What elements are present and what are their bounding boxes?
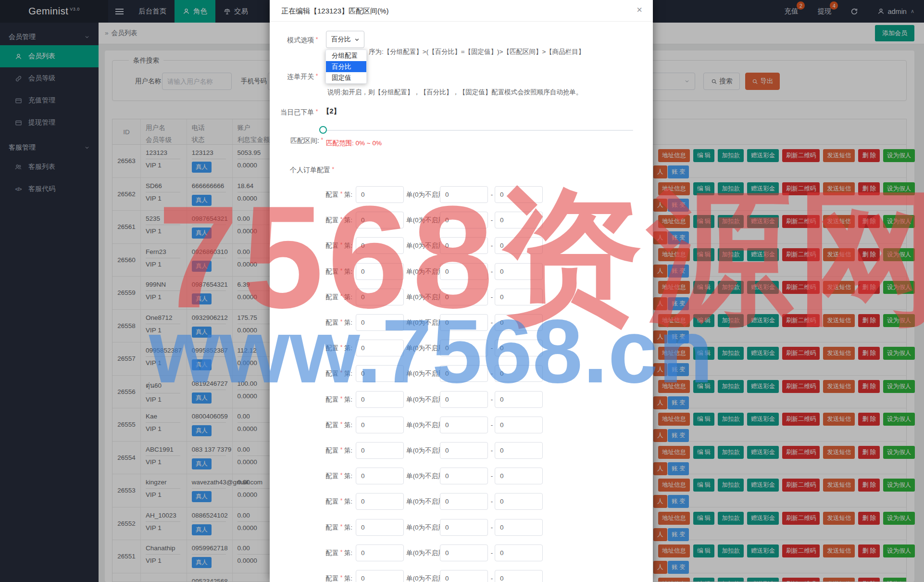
config-dash: - (489, 340, 495, 357)
config-from-input[interactable] (440, 442, 488, 459)
close-icon[interactable]: × (637, 5, 642, 14)
config-seq-input[interactable] (356, 340, 404, 356)
config-row: 配置 第:单(0为不启用)- (270, 544, 558, 562)
config-dash: - (489, 237, 495, 254)
config-to-input[interactable] (495, 186, 543, 203)
config-to-input[interactable] (495, 237, 543, 254)
config-to-input[interactable] (495, 263, 543, 280)
config-row: 配置 第:单(0为不启用)- (270, 468, 558, 485)
config-dash: - (489, 263, 495, 280)
config-to-input[interactable] (495, 340, 543, 356)
config-from-input[interactable] (440, 493, 488, 510)
config-seq-input[interactable] (356, 544, 404, 561)
config-row-label: 配置 第: (270, 186, 352, 203)
config-from-input[interactable] (440, 519, 488, 536)
config-dash: - (489, 186, 495, 203)
select-caret-icon (354, 37, 360, 43)
config-to-input[interactable] (495, 365, 543, 382)
mode-dropdown: 分组配置百分比固定值 (325, 50, 367, 84)
config-dash: - (489, 519, 495, 536)
config-seq-input[interactable] (356, 442, 404, 459)
edit-match-range-dialog: 正在编辑【123123】匹配区间(%) × 模式选项 百分比 序为:【分组配置】… (270, 0, 653, 582)
config-to-input[interactable] (495, 391, 543, 408)
config-from-input[interactable] (440, 417, 488, 433)
config-from-input[interactable] (440, 212, 488, 228)
config-to-input[interactable] (495, 519, 543, 536)
range-slider-handle[interactable] (319, 126, 327, 134)
config-row-label: 配置 第: (270, 544, 352, 562)
config-dash: - (489, 289, 495, 306)
today-orders-label: 当日已下单 (270, 108, 318, 117)
config-from-input[interactable] (440, 365, 488, 382)
config-row-label: 配置 第: (270, 417, 352, 434)
config-row-label: 配置 第: (270, 237, 352, 254)
config-seq-input[interactable] (356, 186, 404, 203)
range-slider-track[interactable] (323, 130, 633, 131)
config-to-input[interactable] (495, 314, 543, 331)
config-from-input[interactable] (440, 186, 488, 203)
config-to-input[interactable] (495, 570, 543, 582)
config-dash: - (489, 212, 495, 229)
config-row: 配置 第:单(0为不启用)- (270, 570, 558, 582)
app-window: GeministV3.0 后台首页角色交易 充值 2 提现 4 admin ∧ (0, 0, 924, 582)
config-row: 配置 第:单(0为不启用)- (270, 442, 558, 459)
config-to-input[interactable] (495, 417, 543, 433)
config-to-input[interactable] (495, 468, 543, 484)
config-seq-input[interactable] (356, 289, 404, 305)
config-from-input[interactable] (440, 570, 488, 582)
config-seq-input[interactable] (356, 391, 404, 408)
config-to-input[interactable] (495, 442, 543, 459)
config-from-input[interactable] (440, 340, 488, 356)
config-seq-input[interactable] (356, 417, 404, 433)
config-seq-input[interactable] (356, 493, 404, 510)
config-row: 配置 第:单(0为不启用)- (270, 493, 558, 510)
config-from-input[interactable] (440, 391, 488, 408)
config-seq-input[interactable] (356, 314, 404, 331)
config-to-input[interactable] (495, 289, 543, 305)
config-row-label: 配置 第: (270, 570, 352, 582)
config-row-label: 配置 第: (270, 391, 352, 408)
mode-label: 模式选项 (270, 36, 318, 45)
config-to-input[interactable] (495, 493, 543, 510)
config-seq-input[interactable] (356, 519, 404, 536)
dropdown-option-分组配置[interactable]: 分组配置 (326, 50, 366, 61)
priority-help-text: 序为:【分组配置】>(【百分比】=【固定值】)>【匹配区间】>【商品栏目】 (369, 48, 585, 56)
config-row: 配置 第:单(0为不启用)- (270, 289, 558, 306)
config-row: 配置 第:单(0为不启用)- (270, 212, 558, 229)
config-row: 配置 第:单(0为不启用)- (270, 263, 558, 280)
config-row-label: 配置 第: (270, 340, 352, 357)
config-from-input[interactable] (440, 544, 488, 561)
config-row: 配置 第:单(0为不启用)- (270, 237, 558, 254)
config-row-label: 配置 第: (270, 314, 352, 331)
match-range-label: 匹配区间: (290, 137, 323, 145)
dialog-header: 正在编辑【123123】匹配区间(%) × (270, 0, 653, 22)
config-from-input[interactable] (440, 263, 488, 280)
personal-config-label: 个人订单配置 (290, 166, 334, 175)
config-row: 配置 第:单(0为不启用)- (270, 519, 558, 536)
config-seq-input[interactable] (356, 263, 404, 280)
config-from-input[interactable] (440, 314, 488, 331)
config-dash: - (489, 314, 495, 331)
config-from-input[interactable] (440, 468, 488, 484)
chain-switch-note: 说明:如开启，则【分组配置】，【百分比】，【固定值】配置模式会按照顺序自动抢单。 (327, 88, 582, 97)
dropdown-option-百分比[interactable]: 百分比 (326, 61, 366, 72)
config-dash: - (489, 365, 495, 382)
config-to-input[interactable] (495, 212, 543, 228)
config-seq-input[interactable] (356, 237, 404, 254)
config-seq-input[interactable] (356, 570, 404, 582)
config-dash: - (489, 493, 495, 510)
chain-switch-label: 连单开关 (270, 73, 318, 81)
config-to-input[interactable] (495, 544, 543, 561)
config-from-input[interactable] (440, 289, 488, 305)
config-row-label: 配置 第: (270, 289, 352, 306)
config-seq-input[interactable] (356, 365, 404, 382)
config-from-input[interactable] (440, 237, 488, 254)
config-row-label: 配置 第: (270, 468, 352, 485)
config-dash: - (489, 468, 495, 485)
config-row: 配置 第:单(0为不启用)- (270, 417, 558, 434)
config-seq-input[interactable] (356, 212, 404, 228)
config-seq-input[interactable] (356, 468, 404, 484)
dropdown-option-固定值[interactable]: 固定值 (326, 72, 366, 83)
mode-select[interactable]: 百分比 (326, 31, 364, 48)
config-dash: - (489, 442, 495, 459)
